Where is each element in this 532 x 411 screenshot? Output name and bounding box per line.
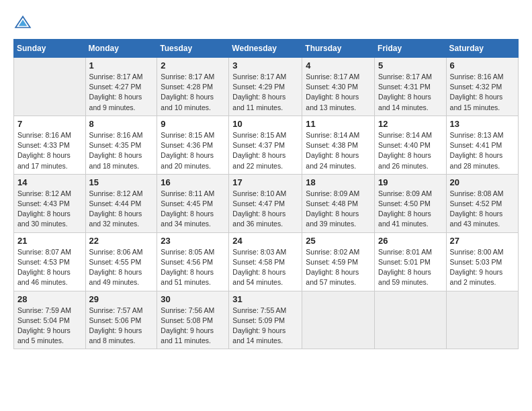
calendar-cell: 17Sunrise: 8:10 AM Sunset: 4:47 PM Dayli… — [229, 174, 302, 232]
day-info: Sunrise: 8:16 AM Sunset: 4:33 PM Dayligh… — [17, 130, 82, 171]
day-number: 11 — [306, 119, 371, 129]
calendar-cell: 9Sunrise: 8:15 AM Sunset: 4:36 PM Daylig… — [157, 116, 229, 174]
calendar-cell: 7Sunrise: 8:16 AM Sunset: 4:33 PM Daylig… — [14, 116, 86, 174]
calendar-cell: 8Sunrise: 8:16 AM Sunset: 4:35 PM Daylig… — [85, 116, 157, 174]
day-info: Sunrise: 8:05 AM Sunset: 4:56 PM Dayligh… — [161, 247, 225, 288]
page: SundayMondayTuesdayWednesdayThursdayFrid… — [0, 0, 532, 411]
calendar-cell: 24Sunrise: 8:03 AM Sunset: 4:58 PM Dayli… — [229, 232, 302, 291]
calendar-cell: 27Sunrise: 8:00 AM Sunset: 5:03 PM Dayli… — [446, 232, 518, 291]
day-number: 16 — [161, 177, 225, 187]
calendar-cell: 18Sunrise: 8:09 AM Sunset: 4:48 PM Dayli… — [302, 174, 375, 232]
day-number: 3 — [232, 60, 298, 71]
calendar-cell — [302, 291, 375, 349]
day-info: Sunrise: 7:55 AM Sunset: 5:09 PM Dayligh… — [232, 306, 298, 347]
week-row-3: 21Sunrise: 8:07 AM Sunset: 4:53 PM Dayli… — [14, 232, 519, 291]
day-info: Sunrise: 8:12 AM Sunset: 4:43 PM Dayligh… — [17, 189, 82, 230]
day-number: 19 — [378, 177, 443, 187]
day-number: 18 — [306, 177, 371, 187]
logo — [13, 13, 35, 32]
calendar-cell — [375, 291, 447, 349]
calendar-cell: 22Sunrise: 8:06 AM Sunset: 4:55 PM Dayli… — [85, 232, 157, 291]
day-number: 1 — [89, 60, 154, 71]
weekday-header-saturday: Saturday — [446, 40, 518, 58]
day-number: 12 — [378, 119, 443, 129]
calendar-cell: 11Sunrise: 8:14 AM Sunset: 4:38 PM Dayli… — [302, 116, 375, 174]
day-info: Sunrise: 8:01 AM Sunset: 5:01 PM Dayligh… — [378, 247, 443, 288]
calendar-cell: 31Sunrise: 7:55 AM Sunset: 5:09 PM Dayli… — [229, 291, 302, 349]
day-number: 13 — [450, 119, 515, 129]
logo-icon — [13, 13, 32, 32]
day-info: Sunrise: 8:16 AM Sunset: 4:32 PM Dayligh… — [450, 72, 515, 113]
day-info: Sunrise: 8:17 AM Sunset: 4:28 PM Dayligh… — [161, 72, 225, 113]
calendar-cell: 5Sunrise: 8:17 AM Sunset: 4:31 PM Daylig… — [375, 58, 447, 116]
day-number: 27 — [450, 236, 515, 246]
calendar-cell: 2Sunrise: 8:17 AM Sunset: 4:28 PM Daylig… — [157, 58, 229, 116]
day-number: 26 — [378, 236, 443, 246]
calendar-cell: 15Sunrise: 8:12 AM Sunset: 4:44 PM Dayli… — [85, 174, 157, 232]
calendar-cell: 16Sunrise: 8:11 AM Sunset: 4:45 PM Dayli… — [157, 174, 229, 232]
weekday-header-row: SundayMondayTuesdayWednesdayThursdayFrid… — [14, 40, 519, 58]
day-number: 17 — [232, 177, 298, 187]
day-info: Sunrise: 8:17 AM Sunset: 4:30 PM Dayligh… — [306, 72, 371, 113]
day-number: 29 — [89, 294, 154, 304]
day-number: 31 — [232, 294, 298, 304]
calendar-cell: 14Sunrise: 8:12 AM Sunset: 4:43 PM Dayli… — [14, 174, 86, 232]
day-info: Sunrise: 8:15 AM Sunset: 4:36 PM Dayligh… — [161, 130, 225, 171]
day-info: Sunrise: 8:11 AM Sunset: 4:45 PM Dayligh… — [161, 189, 225, 230]
day-info: Sunrise: 7:56 AM Sunset: 5:08 PM Dayligh… — [161, 306, 225, 347]
calendar-cell: 29Sunrise: 7:57 AM Sunset: 5:06 PM Dayli… — [85, 291, 157, 349]
day-number: 9 — [161, 119, 225, 129]
day-number: 22 — [89, 236, 154, 246]
day-number: 21 — [17, 236, 82, 246]
day-number: 20 — [450, 177, 515, 187]
day-info: Sunrise: 8:17 AM Sunset: 4:29 PM Dayligh… — [232, 72, 298, 113]
calendar-cell: 4Sunrise: 8:17 AM Sunset: 4:30 PM Daylig… — [302, 58, 375, 116]
day-number: 23 — [161, 236, 225, 246]
week-row-1: 7Sunrise: 8:16 AM Sunset: 4:33 PM Daylig… — [14, 116, 519, 174]
day-info: Sunrise: 8:00 AM Sunset: 5:03 PM Dayligh… — [450, 247, 515, 288]
week-row-4: 28Sunrise: 7:59 AM Sunset: 5:04 PM Dayli… — [14, 291, 519, 349]
header — [13, 13, 519, 32]
day-number: 25 — [306, 236, 371, 246]
day-info: Sunrise: 8:16 AM Sunset: 4:35 PM Dayligh… — [89, 130, 154, 171]
day-number: 6 — [450, 60, 515, 71]
calendar-cell: 23Sunrise: 8:05 AM Sunset: 4:56 PM Dayli… — [157, 232, 229, 291]
day-number: 30 — [161, 294, 225, 304]
day-info: Sunrise: 8:17 AM Sunset: 4:31 PM Dayligh… — [378, 72, 443, 113]
day-number: 14 — [17, 177, 82, 187]
day-info: Sunrise: 8:08 AM Sunset: 4:52 PM Dayligh… — [450, 189, 515, 230]
day-info: Sunrise: 8:14 AM Sunset: 4:38 PM Dayligh… — [306, 130, 371, 171]
day-info: Sunrise: 8:12 AM Sunset: 4:44 PM Dayligh… — [89, 189, 154, 230]
day-number: 5 — [378, 60, 443, 71]
calendar-cell: 12Sunrise: 8:14 AM Sunset: 4:40 PM Dayli… — [375, 116, 447, 174]
calendar-cell: 13Sunrise: 8:13 AM Sunset: 4:41 PM Dayli… — [446, 116, 518, 174]
day-info: Sunrise: 7:59 AM Sunset: 5:04 PM Dayligh… — [17, 306, 82, 347]
calendar-cell: 6Sunrise: 8:16 AM Sunset: 4:32 PM Daylig… — [446, 58, 518, 116]
calendar-cell: 19Sunrise: 8:09 AM Sunset: 4:50 PM Dayli… — [375, 174, 447, 232]
calendar-cell: 25Sunrise: 8:02 AM Sunset: 4:59 PM Dayli… — [302, 232, 375, 291]
calendar-cell: 20Sunrise: 8:08 AM Sunset: 4:52 PM Dayli… — [446, 174, 518, 232]
day-number: 24 — [232, 236, 298, 246]
day-number: 15 — [89, 177, 154, 187]
weekday-header-friday: Friday — [375, 40, 447, 58]
day-info: Sunrise: 8:02 AM Sunset: 4:59 PM Dayligh… — [306, 247, 371, 288]
calendar-table: SundayMondayTuesdayWednesdayThursdayFrid… — [13, 39, 519, 349]
day-info: Sunrise: 8:03 AM Sunset: 4:58 PM Dayligh… — [232, 247, 298, 288]
day-number: 4 — [306, 60, 371, 71]
calendar-cell: 1Sunrise: 8:17 AM Sunset: 4:27 PM Daylig… — [85, 58, 157, 116]
day-info: Sunrise: 8:10 AM Sunset: 4:47 PM Dayligh… — [232, 189, 298, 230]
day-number: 10 — [232, 119, 298, 129]
day-number: 2 — [161, 60, 225, 71]
weekday-header-sunday: Sunday — [14, 40, 86, 58]
weekday-header-wednesday: Wednesday — [229, 40, 302, 58]
day-info: Sunrise: 8:14 AM Sunset: 4:40 PM Dayligh… — [378, 130, 443, 171]
day-number: 28 — [17, 294, 82, 304]
day-info: Sunrise: 8:07 AM Sunset: 4:53 PM Dayligh… — [17, 247, 82, 288]
day-info: Sunrise: 8:17 AM Sunset: 4:27 PM Dayligh… — [89, 72, 154, 113]
calendar-cell — [14, 58, 86, 116]
day-info: Sunrise: 8:13 AM Sunset: 4:41 PM Dayligh… — [450, 130, 515, 171]
calendar-cell: 3Sunrise: 8:17 AM Sunset: 4:29 PM Daylig… — [229, 58, 302, 116]
day-info: Sunrise: 8:09 AM Sunset: 4:48 PM Dayligh… — [306, 189, 371, 230]
calendar-cell: 21Sunrise: 8:07 AM Sunset: 4:53 PM Dayli… — [14, 232, 86, 291]
day-info: Sunrise: 8:09 AM Sunset: 4:50 PM Dayligh… — [378, 189, 443, 230]
